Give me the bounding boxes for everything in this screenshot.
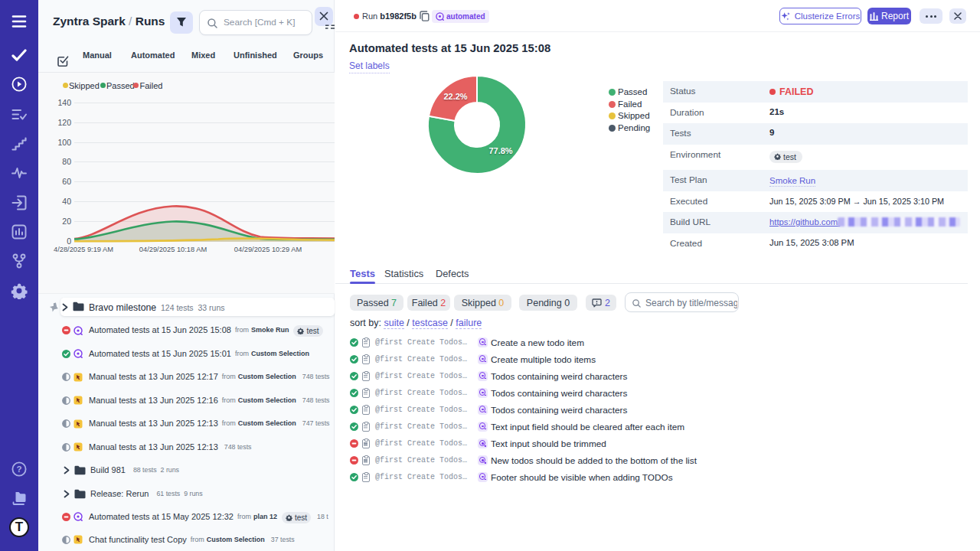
svg-text:?: ? bbox=[16, 465, 21, 474]
svg-text:120: 120 bbox=[57, 118, 71, 127]
svg-text:60: 60 bbox=[62, 177, 71, 186]
svg-text:04/29/2025 10:18 AM: 04/29/2025 10:18 AM bbox=[139, 246, 207, 253]
svg-text:100: 100 bbox=[57, 138, 71, 147]
svg-text:4/28/2025 9:19 AM: 4/28/2025 9:19 AM bbox=[54, 246, 113, 253]
svg-text:140: 140 bbox=[57, 98, 71, 107]
svg-text:20: 20 bbox=[62, 217, 71, 226]
svg-text:04/29/2025 10:29 AM: 04/29/2025 10:29 AM bbox=[234, 246, 302, 253]
svg-text:22.2%: 22.2% bbox=[443, 92, 467, 101]
svg-text:0: 0 bbox=[67, 236, 71, 246]
svg-text:40: 40 bbox=[62, 197, 71, 206]
svg-text:80: 80 bbox=[62, 157, 71, 166]
svg-text:77.8%: 77.8% bbox=[488, 146, 512, 155]
